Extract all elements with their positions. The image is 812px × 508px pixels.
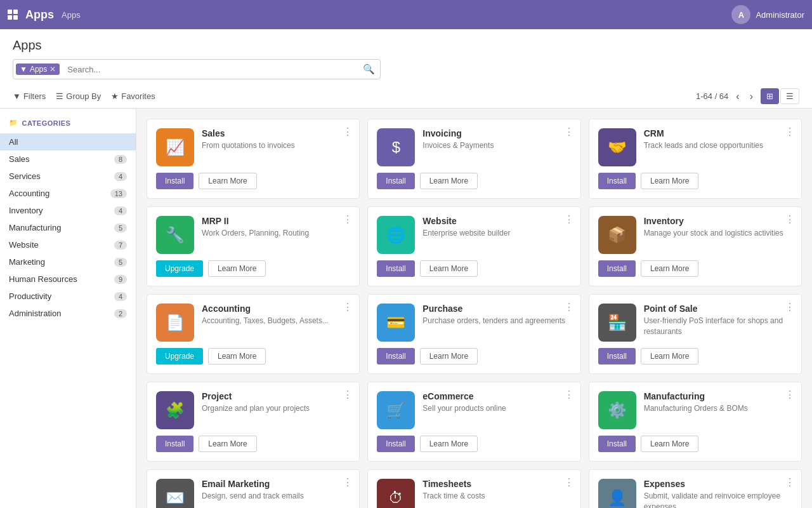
app-desc: Accounting, Taxes, Budgets, Assets... (202, 316, 350, 326)
prev-page-button[interactable]: ‹ (733, 90, 742, 104)
main-layout: 📁 CATEGORIES AllSales8Services4Accountin… (0, 109, 812, 508)
app-card-menu-icon[interactable]: ⋮ (343, 213, 353, 225)
sidebar-item-inventory[interactable]: Inventory4 (0, 202, 136, 219)
sidebar-item-manufacturing[interactable]: Manufacturing5 (0, 219, 136, 236)
app-card: 🔧MRP IIWork Orders, Planning, Routing⋮Up… (147, 206, 360, 286)
sidebar-item-count: 9 (114, 275, 127, 284)
install-button[interactable]: Install (156, 173, 193, 189)
app-card-menu-icon[interactable]: ⋮ (785, 389, 795, 401)
app-info: CRMTrack leads and close opportunities (644, 128, 792, 151)
app-card-menu-icon[interactable]: ⋮ (564, 213, 574, 225)
app-card-menu-icon[interactable]: ⋮ (343, 126, 353, 138)
sidebar-item-productivity[interactable]: Productivity4 (0, 288, 136, 305)
grid-view-button[interactable]: ⊞ (761, 88, 779, 104)
app-desc: Manage your stock and logistics activiti… (644, 228, 792, 239)
app-card-menu-icon[interactable]: ⋮ (564, 126, 574, 138)
app-card-menu-icon[interactable]: ⋮ (343, 389, 353, 401)
sidebar-item-all[interactable]: All (0, 133, 136, 150)
app-card-menu-icon[interactable]: ⋮ (564, 476, 574, 488)
app-card: 📈SalesFrom quotations to invoices⋮Instal… (147, 119, 360, 199)
sidebar-item-sales[interactable]: Sales8 (0, 150, 136, 168)
app-icon: 🌐 (377, 216, 415, 254)
toolbar-right: 1-64 / 64 ‹ › ⊞ ☰ (696, 88, 799, 104)
app-card-header: 📈SalesFrom quotations to invoices (156, 128, 350, 166)
app-card-actions: InstallLearn More (377, 173, 571, 189)
app-card-menu-icon[interactable]: ⋮ (785, 213, 795, 225)
learn-more-button[interactable]: Learn More (199, 436, 256, 452)
group-by-button[interactable]: ☰ Group By (56, 91, 101, 101)
sidebar-item-hr[interactable]: Human Resources9 (0, 271, 136, 288)
app-name: Inventory (644, 216, 792, 226)
app-icon: 🏪 (598, 304, 636, 342)
learn-more-button[interactable]: Learn More (420, 173, 478, 189)
app-card-menu-icon[interactable]: ⋮ (785, 126, 795, 138)
sidebar-item-accounting[interactable]: Accounting13 (0, 185, 136, 202)
app-desc: Work Orders, Planning, Routing (202, 228, 350, 239)
app-desc: Submit, validate and reinvoice employee … (644, 491, 792, 508)
app-info: ProjectOrganize and plan your projects (202, 391, 350, 414)
learn-more-button[interactable]: Learn More (641, 173, 698, 189)
app-card: 👤ExpensesSubmit, validate and reinvoice … (589, 469, 802, 508)
install-button[interactable]: Install (377, 348, 414, 364)
app-card-actions: InstallLearn More (377, 260, 571, 277)
app-card-actions: UpgradeLearn More (156, 260, 350, 277)
favorites-button[interactable]: ★ Favorites (111, 91, 155, 101)
upgrade-button[interactable]: Upgrade (156, 260, 203, 277)
remove-tag-icon[interactable]: ✕ (49, 65, 56, 74)
filters-button[interactable]: ▼ Filters (13, 91, 46, 101)
sidebar-item-website[interactable]: Website7 (0, 236, 136, 253)
search-icon[interactable]: 🔍 (358, 64, 380, 75)
app-card-menu-icon[interactable]: ⋮ (564, 301, 574, 313)
app-card-menu-icon[interactable]: ⋮ (343, 301, 353, 313)
home-menu-icon[interactable] (8, 10, 18, 20)
install-button[interactable]: Install (598, 436, 636, 452)
app-card-actions: InstallLearn More (598, 348, 792, 364)
content-area: 📈SalesFrom quotations to invoices⋮Instal… (136, 109, 812, 508)
upgrade-button[interactable]: Upgrade (156, 348, 203, 364)
sidebar-item-marketing[interactable]: Marketing5 (0, 253, 136, 271)
learn-more-button[interactable]: Learn More (641, 436, 698, 452)
learn-more-button[interactable]: Learn More (420, 436, 478, 452)
list-view-button[interactable]: ☰ (780, 88, 799, 104)
app-card: ⚙️ManufacturingManufacturing Orders & BO… (589, 382, 802, 462)
install-button[interactable]: Install (598, 260, 636, 277)
app-card-header: 🔧MRP IIWork Orders, Planning, Routing (156, 216, 350, 254)
install-button[interactable]: Install (377, 173, 414, 189)
sidebar-item-label: Website (9, 240, 114, 250)
learn-more-button[interactable]: Learn More (420, 260, 478, 277)
sidebar-item-count: 4 (114, 172, 127, 181)
app-name: Manufacturing (644, 391, 792, 401)
search-tag[interactable]: ▼ Apps ✕ (16, 64, 60, 75)
learn-more-button[interactable]: Learn More (641, 348, 698, 364)
install-button[interactable]: Install (377, 436, 414, 452)
app-card-menu-icon[interactable]: ⋮ (343, 476, 353, 488)
app-info: Email MarketingDesign, send and track em… (202, 479, 350, 502)
install-button[interactable]: Install (598, 173, 636, 189)
learn-more-button[interactable]: Learn More (208, 260, 266, 277)
learn-more-button[interactable]: Learn More (199, 173, 256, 189)
app-info: InventoryManage your stock and logistics… (644, 216, 792, 239)
app-card-menu-icon[interactable]: ⋮ (564, 389, 574, 401)
sidebar-item-label: Services (9, 171, 114, 181)
app-card-actions: InstallLearn More (598, 260, 792, 277)
app-desc: Purchase orders, tenders and agreements (422, 316, 571, 326)
app-card-menu-icon[interactable]: ⋮ (785, 301, 795, 313)
learn-more-button[interactable]: Learn More (641, 260, 698, 277)
navbar-breadcrumb[interactable]: Apps (62, 10, 81, 20)
next-page-button[interactable]: › (747, 90, 756, 104)
sidebar-item-administration[interactable]: Administration2 (0, 305, 136, 322)
app-card-header: $InvoicingInvoices & Payments (377, 128, 571, 166)
app-card-menu-icon[interactable]: ⋮ (785, 476, 795, 488)
sidebar-item-count: 2 (114, 309, 127, 318)
install-button[interactable]: Install (377, 260, 414, 277)
install-button[interactable]: Install (156, 436, 193, 452)
view-toggle: ⊞ ☰ (761, 88, 799, 104)
install-button[interactable]: Install (598, 348, 636, 364)
sidebar-item-services[interactable]: Services4 (0, 168, 136, 185)
app-card: 🤝CRMTrack leads and close opportunities⋮… (589, 119, 802, 199)
app-name: Invoicing (422, 128, 571, 138)
search-input[interactable] (62, 65, 358, 74)
learn-more-button[interactable]: Learn More (208, 348, 266, 364)
learn-more-button[interactable]: Learn More (420, 348, 478, 364)
app-desc: Manufacturing Orders & BOMs (644, 403, 792, 414)
